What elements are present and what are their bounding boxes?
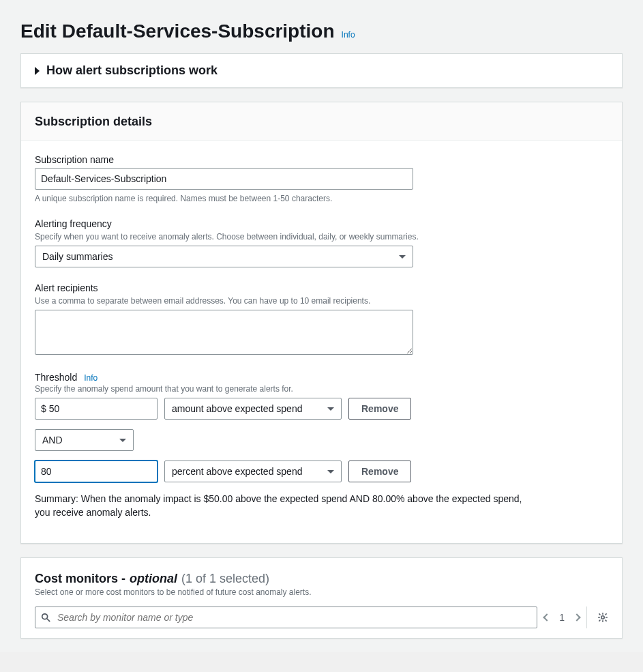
search-icon bbox=[41, 613, 50, 622]
chevron-right-icon bbox=[35, 67, 40, 75]
threshold-amount-input-1[interactable] bbox=[35, 461, 158, 482]
threshold-summary: Summary: When the anomaly impact is $50.… bbox=[35, 492, 526, 520]
page-prev-button[interactable] bbox=[543, 613, 551, 621]
subscription-name-label: Subscription name bbox=[35, 154, 608, 165]
alert-recipients-help: Use a comma to separate between email ad… bbox=[35, 296, 608, 306]
threshold-join-select[interactable]: AND bbox=[35, 429, 134, 451]
threshold-type-value-1: percent above expected spend bbox=[172, 466, 302, 477]
threshold-remove-button-1[interactable]: Remove bbox=[348, 461, 411, 482]
svg-line-1 bbox=[47, 618, 50, 621]
alerting-frequency-label: Alerting frequency bbox=[35, 218, 608, 229]
chevron-down-icon bbox=[327, 470, 334, 473]
alerting-frequency-help: Specify when you want to receive anomaly… bbox=[35, 232, 608, 242]
how-alerts-panel: How alert subscriptions work bbox=[20, 53, 623, 88]
threshold-type-select-0[interactable]: amount above expected spend bbox=[164, 398, 342, 420]
page-next-button[interactable] bbox=[573, 613, 580, 621]
cost-monitors-search[interactable] bbox=[35, 607, 537, 628]
threshold-type-value-0: amount above expected spend bbox=[172, 403, 302, 414]
subscription-details-panel: Subscription details Subscription name A… bbox=[20, 102, 623, 544]
threshold-label: Threshold bbox=[35, 372, 77, 383]
subscription-details-title: Subscription details bbox=[35, 115, 608, 129]
threshold-help: Specify the anomaly spend amount that yo… bbox=[35, 384, 608, 394]
subscription-name-input[interactable] bbox=[35, 168, 413, 190]
threshold-remove-button-0[interactable]: Remove bbox=[348, 398, 411, 420]
threshold-join-value: AND bbox=[42, 435, 63, 445]
threshold-type-select-1[interactable]: percent above expected spend bbox=[164, 461, 342, 482]
alert-recipients-label: Alert recipients bbox=[35, 282, 608, 293]
page-number: 1 bbox=[559, 612, 565, 623]
subscription-name-help: A unique subscription name is required. … bbox=[35, 194, 608, 203]
page-info-link[interactable]: Info bbox=[342, 30, 355, 40]
cost-monitors-search-input[interactable] bbox=[56, 611, 531, 624]
cost-monitors-help: Select one or more cost monitors to be n… bbox=[35, 587, 608, 597]
alerting-frequency-value: Daily summaries bbox=[42, 251, 113, 262]
cost-monitors-title: Cost monitors - bbox=[35, 572, 125, 586]
how-alerts-title: How alert subscriptions work bbox=[46, 63, 218, 78]
page-title: Edit Default-Services-Subscription bbox=[20, 20, 335, 42]
alerting-frequency-select[interactable]: Daily summaries bbox=[35, 246, 413, 267]
cost-monitors-optional: optional bbox=[130, 572, 177, 586]
threshold-amount-input-0[interactable] bbox=[35, 398, 158, 420]
chevron-down-icon bbox=[327, 407, 334, 411]
pagination: 1 bbox=[544, 612, 580, 623]
chevron-down-icon bbox=[399, 255, 406, 259]
cost-monitors-count: (1 of 1 selected) bbox=[181, 572, 269, 586]
how-alerts-toggle[interactable]: How alert subscriptions work bbox=[21, 54, 622, 87]
svg-point-2 bbox=[601, 615, 603, 618]
chevron-down-icon bbox=[119, 439, 126, 442]
gear-icon bbox=[597, 612, 608, 623]
threshold-info-link[interactable]: Info bbox=[84, 373, 98, 383]
alert-recipients-input[interactable] bbox=[35, 310, 413, 355]
cost-monitors-panel: Cost monitors - optional (1 of 1 selecte… bbox=[20, 557, 623, 639]
settings-button[interactable] bbox=[586, 607, 608, 628]
